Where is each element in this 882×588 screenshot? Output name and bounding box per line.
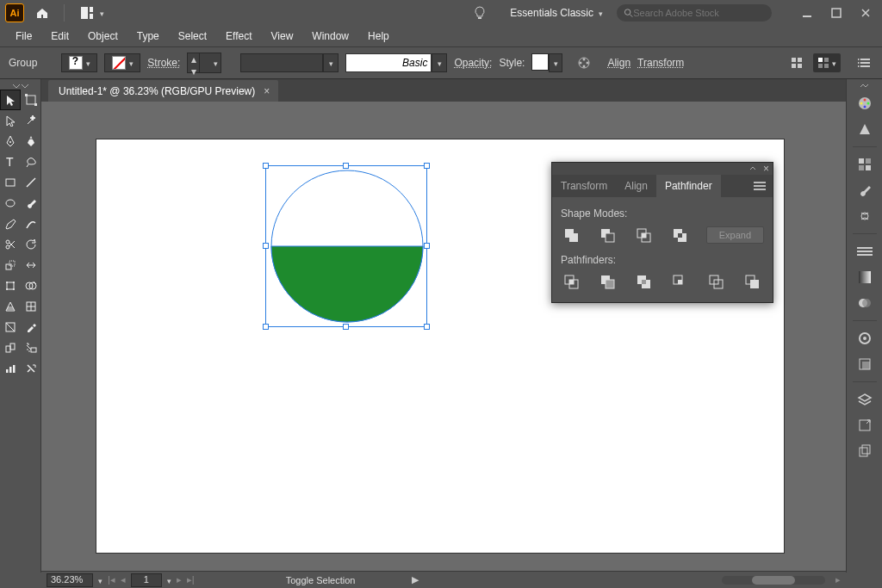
- graphic-style-basic[interactable]: Basic: [345, 53, 432, 72]
- selection-handle[interactable]: [263, 163, 269, 169]
- fill-swatch[interactable]: ?: [61, 53, 97, 72]
- color-panel-icon[interactable]: [853, 91, 877, 115]
- line-tool[interactable]: [21, 172, 41, 193]
- graphic-styles-panel-icon[interactable]: [853, 352, 877, 376]
- eyedropper-tool[interactable]: [21, 317, 41, 337]
- width-tool[interactable]: [21, 255, 41, 275]
- panel-close-icon[interactable]: ×: [763, 163, 769, 175]
- first-artboard-icon[interactable]: |◂: [108, 574, 115, 585]
- menu-window[interactable]: Window: [303, 28, 357, 45]
- selection-bounding-box[interactable]: [265, 165, 427, 327]
- gradient-panel-icon[interactable]: [853, 265, 877, 289]
- paintbrush-tool[interactable]: [21, 193, 41, 214]
- selection-handle[interactable]: [424, 163, 430, 169]
- zoom-level-field[interactable]: 36.23%: [47, 573, 93, 587]
- pencil-tool[interactable]: [0, 214, 21, 234]
- home-icon[interactable]: [31, 2, 53, 24]
- style-swatch-arrow[interactable]: [549, 53, 562, 72]
- artboards-panel-icon[interactable]: [853, 439, 877, 463]
- pen-tool[interactable]: [0, 131, 21, 152]
- pathfinder-crop-button[interactable]: [669, 271, 690, 292]
- window-maximize-icon[interactable]: [825, 2, 848, 24]
- pathfinder-divide-button[interactable]: [561, 271, 581, 292]
- brush-dropdown-arrow[interactable]: [323, 53, 339, 72]
- stroke-swatch[interactable]: [104, 53, 140, 72]
- zoom-dropdown-icon[interactable]: [98, 575, 102, 585]
- pathfinder-panel[interactable]: × Transform Align Pathfinder Shape Modes…: [551, 162, 773, 303]
- selection-handle[interactable]: [343, 324, 349, 330]
- style-swatch[interactable]: [531, 53, 549, 71]
- lasso-tool[interactable]: [21, 152, 41, 172]
- rotate-tool[interactable]: [21, 234, 41, 255]
- window-minimize-icon[interactable]: [796, 2, 818, 24]
- arrange-docs-icon[interactable]: [75, 2, 109, 24]
- pathfinder-minus-back-button[interactable]: [742, 271, 762, 292]
- symbol-sprayer-tool[interactable]: [21, 337, 41, 358]
- appearance-panel-icon[interactable]: [853, 326, 877, 350]
- close-tab-icon[interactable]: ×: [264, 85, 270, 97]
- menu-type[interactable]: Type: [128, 28, 168, 45]
- perspective-grid-tool[interactable]: [0, 296, 21, 317]
- horizontal-scrollbar[interactable]: [722, 576, 825, 585]
- pathfinder-outline-button[interactable]: [705, 271, 726, 292]
- slice-tool[interactable]: [21, 358, 41, 379]
- blend-tool[interactable]: [0, 337, 21, 358]
- prev-artboard-icon[interactable]: ◂: [121, 574, 126, 585]
- shape-mode-exclude-button[interactable]: [669, 225, 690, 245]
- lightbulb-icon[interactable]: [469, 2, 491, 24]
- color-guide-panel-icon[interactable]: [853, 117, 877, 141]
- workspace-switcher[interactable]: Essentials Classic: [510, 7, 603, 19]
- shape-mode-minus-front-button[interactable]: [597, 225, 618, 245]
- asset-export-panel-icon[interactable]: [853, 413, 877, 437]
- toolbar-collapse-arrows-icon[interactable]: [8, 83, 34, 90]
- panel-menu-icon[interactable]: [854, 53, 873, 72]
- transparency-panel-icon[interactable]: [853, 291, 877, 315]
- layers-panel-icon[interactable]: [853, 387, 877, 412]
- swatches-panel-icon[interactable]: [853, 152, 877, 176]
- tab-pathfinder[interactable]: Pathfinder: [656, 175, 721, 197]
- selection-handle[interactable]: [343, 163, 349, 169]
- artboard-number-field[interactable]: 1: [131, 573, 162, 587]
- window-close-icon[interactable]: [854, 2, 877, 24]
- stroke-panel-icon[interactable]: [853, 239, 877, 263]
- expand-button[interactable]: Expand: [706, 226, 764, 244]
- pathfinder-trim-button[interactable]: [597, 271, 618, 292]
- last-artboard-icon[interactable]: ▸|: [187, 574, 195, 585]
- panel-menu-icon[interactable]: [747, 176, 773, 195]
- selection-handle[interactable]: [263, 243, 269, 249]
- selection-handle[interactable]: [263, 324, 269, 330]
- next-artboard-icon[interactable]: ▸: [177, 574, 182, 585]
- dock-collapse-icon[interactable]: [857, 83, 873, 90]
- scissors-tool[interactable]: [0, 234, 21, 255]
- ellipse-tool[interactable]: [0, 193, 21, 214]
- menu-help[interactable]: Help: [359, 28, 398, 45]
- artboard-tool[interactable]: [21, 90, 41, 110]
- isolate-group-icon[interactable]: [787, 53, 806, 72]
- menu-view[interactable]: View: [263, 28, 302, 45]
- magic-wand-tool[interactable]: [21, 110, 41, 131]
- scroll-right-icon[interactable]: ▸: [835, 574, 841, 585]
- selection-tool[interactable]: [0, 90, 21, 110]
- opacity-label[interactable]: Opacity:: [454, 57, 492, 69]
- type-tool[interactable]: T: [0, 152, 21, 172]
- shaper-tool[interactable]: [21, 214, 41, 234]
- search-stock-field[interactable]: [617, 4, 772, 22]
- artboard-dropdown-icon[interactable]: [167, 575, 171, 585]
- panel-titlebar[interactable]: ×: [552, 163, 773, 175]
- rectangle-tool[interactable]: [0, 172, 21, 193]
- mesh-tool[interactable]: [21, 296, 41, 317]
- stroke-weight-input[interactable]: ▴▾: [187, 53, 221, 73]
- selection-handle[interactable]: [424, 243, 430, 249]
- direct-selection-tool[interactable]: [0, 110, 21, 131]
- document-tab[interactable]: Untitled-1* @ 36.23% (RGB/GPU Preview) ×: [48, 80, 278, 102]
- search-input[interactable]: [633, 8, 765, 18]
- pathfinder-merge-button[interactable]: [633, 271, 654, 292]
- curvature-tool[interactable]: [21, 131, 41, 152]
- style-dropdown-arrow[interactable]: [432, 53, 447, 72]
- menu-object[interactable]: Object: [79, 28, 127, 45]
- shape-mode-intersect-button[interactable]: [633, 225, 654, 245]
- status-play-icon[interactable]: ▶: [412, 574, 419, 585]
- tab-transform[interactable]: Transform: [552, 175, 616, 197]
- menu-file[interactable]: File: [7, 28, 40, 45]
- shape-builder-tool[interactable]: [21, 275, 41, 296]
